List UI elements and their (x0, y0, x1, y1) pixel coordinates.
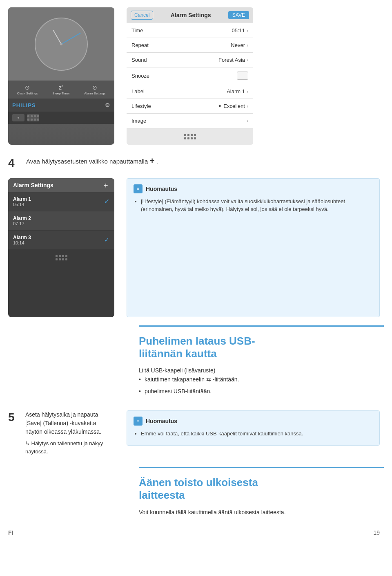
usb-section-heading: Puhelimen lataus USB- liitännän kautta (139, 335, 380, 360)
usb-charging-section: Puhelimen lataus USB- liitännän kautta L… (0, 327, 392, 403)
sound-section-heading: Äänen toisto ulkoisesta laitteesta (139, 476, 380, 502)
chevron-right-icon-3: › (247, 57, 248, 63)
alarm-repeat-row[interactable]: Repeat Never › (127, 38, 253, 53)
note1-text: [Lifestyle] (Elämäntyyli) kohdassa voit … (141, 197, 373, 213)
alarm-2-time: 07:17 (13, 221, 31, 226)
philips-logo: PHILIPS (12, 102, 36, 108)
clock-hand-hour (53, 29, 62, 44)
clock-controls-row (8, 112, 114, 124)
step5-text: Aseta hälytysaika ja napauta [Save] (Tal… (25, 410, 114, 459)
usb-bullet-2: puhelimesi USB-liitäntään. (139, 387, 380, 396)
alarm-list-header: Alarm Settings ＋ (8, 178, 114, 192)
alarm-cancel-button[interactable]: Cancel (131, 11, 153, 20)
alarm-settings-header: Cancel Alarm Settings SAVE (127, 7, 253, 23)
lifestyle-value: ✦ Excellent › (218, 103, 248, 109)
alarm-item-1[interactable]: Alarm 1 05:14 ✓ (8, 192, 114, 211)
step4-text: Avaa hälytysasetusten valikko napauttama… (26, 156, 148, 165)
alarm-3-info: Alarm 3 10:14 (13, 235, 31, 245)
note1-header: ≡ Huomautus (134, 184, 373, 193)
alarm-1-name: Alarm 1 (13, 196, 31, 202)
lifestyle-label: Lifestyle (131, 103, 151, 109)
chevron-right-icon: › (247, 28, 248, 34)
repeat-value: Never › (231, 42, 248, 48)
alarm-1-time: 05:14 (13, 202, 31, 207)
sound-section-text: Voit kuunnella tällä kaiuttimella ääntä … (139, 508, 380, 517)
clock-center-dot (60, 43, 62, 45)
sound-label: Sound (131, 57, 147, 63)
alarm-list-bottom-bar (8, 250, 114, 266)
step4-text-end: . (156, 156, 158, 165)
usb-section-body: Liitä USB-kaapeli (lisävaruste) kaiuttim… (139, 366, 380, 396)
time-value: 05:11 › (232, 27, 248, 34)
sound-section: Äänen toisto ulkoisesta laitteesta Voit … (0, 468, 392, 521)
gear-icon: ⚙ (105, 102, 110, 108)
chevron-right-icon-6: › (247, 118, 248, 124)
alarm-snooze-row[interactable]: Snooze (127, 67, 253, 84)
time-label: Time (131, 27, 143, 34)
sleep-timer-btn[interactable]: zz Sleep Timer (52, 84, 70, 95)
sound-section-body: Voit kuunnella tällä kaiuttimella ääntä … (139, 508, 380, 517)
top-section: ⊙ Clock Settings zz Sleep Timer ⊙ Alarm … (0, 0, 392, 152)
label-label: Label (131, 88, 145, 94)
image-label: Image (131, 118, 146, 124)
chevron-right-icon-5: › (247, 103, 248, 109)
step5-right: ≡ Huomautus Emme voi taata, että kaikki … (127, 410, 380, 446)
alarm-item-2[interactable]: Alarm 2 07:17 (8, 211, 114, 231)
alarm-list-title: Alarm Settings (13, 182, 53, 188)
image-value: › (247, 118, 248, 124)
alarm-settings-title: Alarm Settings (171, 12, 211, 18)
alarm-1-check-icon: ✓ (104, 197, 109, 205)
usb-intro: Liitä USB-kaapeli (lisävaruste) (139, 367, 216, 374)
alarm-lifestyle-row[interactable]: Lifestyle ✦ Excellent › (127, 99, 253, 114)
clock-circle (35, 18, 88, 71)
note1-icon: ≡ (134, 184, 143, 193)
add-alarm-icon[interactable]: ＋ (102, 182, 109, 189)
alarm-list-screenshot: Alarm Settings ＋ Alarm 1 05:14 ✓ Alarm 2… (8, 178, 114, 317)
step5-left: 5 Aseta hälytysaika ja napauta [Save] (T… (8, 410, 114, 459)
clock-settings-btn[interactable]: ⊙ Clock Settings (17, 84, 38, 95)
alarm-2-name: Alarm 2 (13, 215, 31, 221)
note2-content: Emme voi taata, että kaikki USB-kaapelit… (134, 430, 373, 438)
step4-section: 4 Avaa hälytysasetusten valikko napautta… (0, 152, 392, 174)
note1-content: [Lifestyle] (Elämäntyyli) kohdassa voit … (134, 197, 373, 213)
usb-bullet-list: kaiuttimen takapaneelin ⇆ -liitäntään. p… (139, 375, 380, 396)
alarm-save-button[interactable]: SAVE (228, 11, 249, 19)
alarm-settings-bottom (127, 128, 253, 145)
ctrl-btn-2 (27, 114, 39, 121)
note2-box: ≡ Huomautus Emme voi taata, että kaikki … (127, 410, 380, 446)
label-value: Alarm 1 › (227, 88, 248, 94)
note2-icon: ≡ (134, 417, 143, 426)
clock-footer: PHILIPS ⚙ (8, 99, 114, 112)
alarm-item-3[interactable]: Alarm 3 10:14 ✓ (8, 231, 114, 250)
clock-bottom-bar: ⊙ Clock Settings zz Sleep Timer ⊙ Alarm … (8, 81, 114, 99)
alarm-label-row[interactable]: Label Alarm 1 › (127, 84, 253, 99)
snooze-label: Snooze (131, 73, 149, 79)
clock-face (8, 7, 114, 81)
clock-hand-min (61, 32, 81, 44)
alarm-3-check-icon: ✓ (104, 236, 109, 244)
note1-title: Huomautus (146, 186, 177, 192)
chevron-right-icon-4: › (247, 89, 248, 94)
snooze-toggle[interactable] (237, 72, 248, 80)
footer-lang: FI (8, 529, 13, 536)
alarm-sound-row[interactable]: Sound Forest Asia › (127, 53, 253, 67)
alarm-settings-screenshot: Cancel Alarm Settings SAVE Time 05:11 › … (127, 7, 253, 145)
chevron-right-icon-2: › (247, 43, 248, 48)
step5-content: 5 Aseta hälytysaika ja napauta [Save] (T… (8, 410, 114, 459)
middle-section: Alarm Settings ＋ Alarm 1 05:14 ✓ Alarm 2… (0, 174, 392, 325)
step5-row: 5 Aseta hälytysaika ja napauta [Save] (T… (0, 402, 392, 467)
note1-box: ≡ Huomautus [Lifestyle] (Elämäntyyli) ko… (127, 178, 380, 317)
alarm-time-row[interactable]: Time 05:11 › (127, 23, 253, 38)
alarm-2-info: Alarm 2 07:17 (13, 215, 31, 226)
clock-screenshot: ⊙ Clock Settings zz Sleep Timer ⊙ Alarm … (8, 7, 114, 145)
alarm-settings-btn[interactable]: ⊙ Alarm Settings (84, 84, 105, 95)
repeat-label: Repeat (131, 42, 149, 48)
sleep-timer-icon: zz (59, 84, 63, 91)
step4-plus-icon: + (150, 156, 155, 165)
note2-title: Huomautus (146, 418, 177, 424)
alarm-icon: ⊙ (92, 84, 97, 91)
page-footer: FI 19 (0, 525, 392, 544)
step5-text1: Aseta hälytysaika ja napauta [Save] (Tal… (25, 410, 114, 436)
alarm-image-row[interactable]: Image › (127, 114, 253, 128)
note2-header: ≡ Huomautus (134, 417, 373, 426)
